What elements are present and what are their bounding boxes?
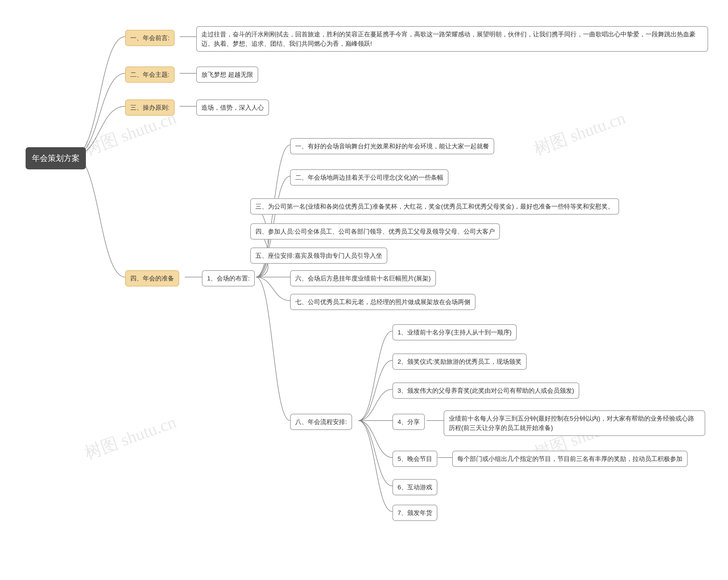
- branch-2-content: 放飞梦想 超越无限: [196, 66, 258, 83]
- item-7: 七、公司优秀员工和元老，总经理的照片做成展架放在会场两侧: [290, 294, 475, 310]
- step-6: 6、互动游戏: [392, 479, 437, 495]
- branch-3-label[interactable]: 三、操办原则:: [125, 100, 175, 116]
- step-7: 7、颁发年货: [392, 505, 437, 521]
- connector-lines: [0, 0, 728, 580]
- step-2: 2、颁奖仪式:奖励旅游的优秀员工，现场颁奖: [392, 354, 527, 370]
- branch-1-label[interactable]: 一、年会前言:: [125, 30, 175, 46]
- item-3: 三、为公司第一名(业绩和各岗位优秀员工)准备奖杯，大红花，奖金(优秀员工和优秀父…: [250, 198, 619, 215]
- branch-2-label[interactable]: 二、年会主题:: [125, 66, 175, 83]
- branch-4-label[interactable]: 四、年会的准备: [125, 270, 179, 286]
- step-5-content: 每个部门或小组出几个指定的节目，节目前三名有丰厚的奖励，拉动员工积极参加: [452, 451, 687, 467]
- root-node[interactable]: 年会策划方案: [26, 147, 86, 169]
- item-5: 五、座位安排:嘉宾及领导由专门人员引导入坐: [250, 248, 387, 264]
- step-1: 1、业绩前十名分享(主持人从十到一顺序): [392, 324, 517, 340]
- item-1: 一、有好的会场音响舞台灯光效果和好的年会环境，能让大家一起就餐: [290, 138, 494, 154]
- item-4: 四、参加人员:公司全体员工、公司各部门领导、优秀员工父母及领导父母、公司大客户: [250, 223, 500, 240]
- branch-1-content: 走过往昔，奋斗的汗水刚刚拭去，回首旅途，胜利的笑容正在蔓延携手今宵，高歌这一路荣…: [196, 26, 708, 52]
- step-4-content: 业绩前十名每人分享三到五分钟(最好控制在5分钟以内)，对大家有帮助的业务经验或心…: [444, 410, 705, 436]
- branch-3-content: 造场，借势，深入人心: [196, 100, 269, 116]
- item-8-label[interactable]: 八、年会流程安排:: [290, 414, 352, 430]
- item-6: 六、会场后方悬挂年度业绩前十名巨幅照片(展架): [290, 270, 436, 286]
- watermark: 树图 shutu.cn: [81, 411, 179, 465]
- branch-4-sub-label[interactable]: 1、会场的布置:: [202, 270, 255, 286]
- step-5-label[interactable]: 5、晚会节目: [392, 451, 437, 467]
- watermark: 树图 shutu.cn: [531, 107, 628, 161]
- step-3: 3、颁发伟大的父母养育奖(此奖由对公司有帮助的人或会员颁发): [392, 383, 579, 399]
- step-4-label[interactable]: 4、分享: [392, 414, 425, 430]
- item-2: 二、年会场地两边挂着关于公司理念(文化)的一些条幅: [290, 169, 448, 186]
